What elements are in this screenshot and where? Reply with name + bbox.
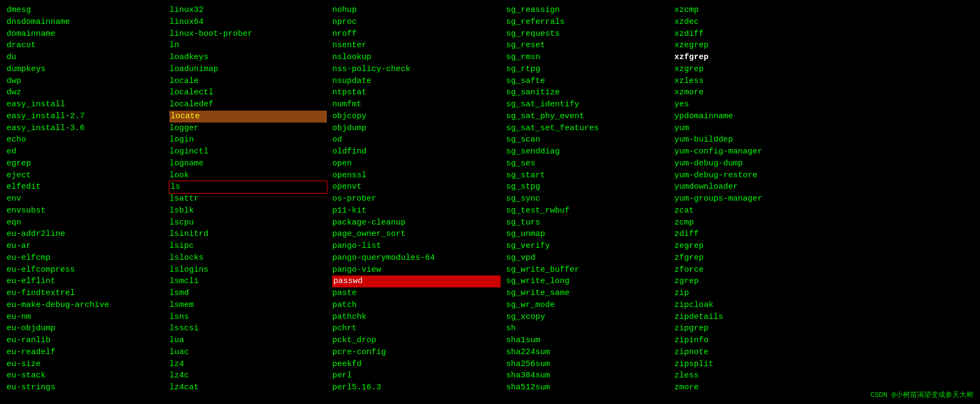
list-item: zipnote <box>674 347 810 358</box>
list-item: xzmore <box>674 87 810 99</box>
list-item: yum <box>674 123 810 134</box>
list-item: lsattr <box>169 193 327 205</box>
list-item: zipinfo <box>674 335 810 347</box>
list-item: linux32 <box>169 4 327 16</box>
list-item: lslocks <box>169 252 327 264</box>
list-item: zipcloak <box>674 299 810 311</box>
list-item: loginctl <box>169 146 327 158</box>
list-item: lsipc <box>169 240 327 252</box>
list-item: sg_scan <box>506 134 669 146</box>
list-item: localectl <box>169 87 327 99</box>
list-item: sg_sync <box>506 193 669 205</box>
list-item: ed <box>7 146 164 158</box>
list-item: lz4cat <box>169 382 327 394</box>
list-item: sg_ses <box>506 158 669 170</box>
list-item: login <box>169 134 327 146</box>
list-item: sg_sat_phy_event <box>506 111 669 123</box>
list-item: pchrt <box>332 323 501 335</box>
list-item: envsubst <box>7 205 164 217</box>
list-item: eu-stack <box>7 370 164 382</box>
list-item: lsmd <box>169 287 327 299</box>
list-item: linux-boot-prober <box>169 28 327 40</box>
column-5: xzcmpxzdecxzdiffxzegrepxzfgrepxzgrepxzle… <box>674 4 815 394</box>
list-item: eu-make-debug-archive <box>7 299 164 311</box>
list-item: dmesg <box>7 4 164 16</box>
terminal: dmesgdnsdomainnamedomainnamedracutdudump… <box>0 0 980 404</box>
list-item: zfgrep <box>674 252 810 264</box>
watermark: CSDN @小树苗渴望变成参天大树 <box>870 390 973 400</box>
list-item: sg_write_same <box>506 287 669 299</box>
list-item: sg_referrals <box>506 16 669 28</box>
list-item: nss-policy-check <box>332 63 501 75</box>
list-item: lslogins <box>169 264 327 276</box>
list-item: eu-elfcmp <box>7 252 164 264</box>
list-item: lsmem <box>169 299 327 311</box>
list-item: zipsplit <box>674 358 810 370</box>
list-item: sg_safte <box>506 75 669 87</box>
list-item: package-cleanup <box>332 217 501 229</box>
list-item: pcre-config <box>332 347 501 358</box>
list-item: lz4 <box>169 358 327 370</box>
list-item: elfedit <box>7 181 164 193</box>
list-item: eu-readelf <box>7 347 164 358</box>
list-item: linux64 <box>169 16 327 28</box>
list-item: openvt <box>332 181 501 193</box>
list-item: nsenter <box>332 40 501 52</box>
list-item: numfmt <box>332 99 501 111</box>
list-item: sg_write_buffer <box>506 264 669 276</box>
list-item: lsns <box>169 311 327 323</box>
list-item: du <box>7 52 164 63</box>
list-item: lscpu <box>169 217 327 229</box>
list-item: luac <box>169 347 327 358</box>
list-item: yes <box>674 99 810 111</box>
list-item: patch <box>332 299 501 311</box>
list-item: sg_reassign <box>506 4 669 16</box>
list-item: sg_sat_identify <box>506 99 669 111</box>
list-item: yum-groups-manager <box>674 193 810 205</box>
list-item: dwp <box>7 75 164 87</box>
list-item: zless <box>674 370 810 382</box>
list-item: pango-view <box>332 264 501 276</box>
list-item: zcmp <box>674 217 810 229</box>
list-item: ntpstat <box>332 87 501 99</box>
list-item: sha224sum <box>506 347 669 358</box>
list-item: yum-debug-restore <box>674 170 810 182</box>
list-item: zcat <box>674 205 810 217</box>
list-item: domainname <box>7 28 164 40</box>
list-item: sg_stpg <box>506 181 669 193</box>
list-item: sg_sanitize <box>506 87 669 99</box>
list-item: eqn <box>7 217 164 229</box>
list-item: env <box>7 193 164 205</box>
list-item: lsblk <box>169 205 327 217</box>
list-item: dwz <box>7 87 164 99</box>
list-item: eject <box>7 170 164 182</box>
list-item: zgrep <box>674 275 810 287</box>
list-item: p11-kit <box>332 205 501 217</box>
list-item: xzegrep <box>674 40 810 52</box>
list-item: dracut <box>7 40 164 52</box>
list-item: passwd <box>332 275 501 287</box>
list-item: yum-config-manager <box>674 146 810 158</box>
list-item: eu-objdump <box>7 323 164 335</box>
list-item: sg_wr_mode <box>506 299 669 311</box>
list-item: locale <box>169 75 327 87</box>
list-item: sg_sat_set_features <box>506 123 669 134</box>
list-item: dumpkeys <box>7 63 164 75</box>
list-item: sg_turs <box>506 217 669 229</box>
list-item: objcopy <box>332 111 501 123</box>
column-1: dmesgdnsdomainnamedomainnamedracutdudump… <box>7 4 169 394</box>
list-item: zipdetails <box>674 311 810 323</box>
list-item: eu-addr2line <box>7 228 164 240</box>
column-4: sg_reassignsg_referralssg_requestssg_res… <box>506 4 674 394</box>
list-item: sg_start <box>506 170 669 182</box>
list-item: nslookup <box>332 52 501 63</box>
list-item: eu-nm <box>7 311 164 323</box>
list-item: easy_install-3.6 <box>7 123 164 134</box>
list-item: eu-ranlib <box>7 335 164 347</box>
list-item: eu-size <box>7 358 164 370</box>
list-item: sg_rtpg <box>506 63 669 75</box>
list-item: sg_vpd <box>506 252 669 264</box>
list-item: zipgrep <box>674 323 810 335</box>
list-item: logger <box>169 123 327 134</box>
list-item: ln <box>169 40 327 52</box>
